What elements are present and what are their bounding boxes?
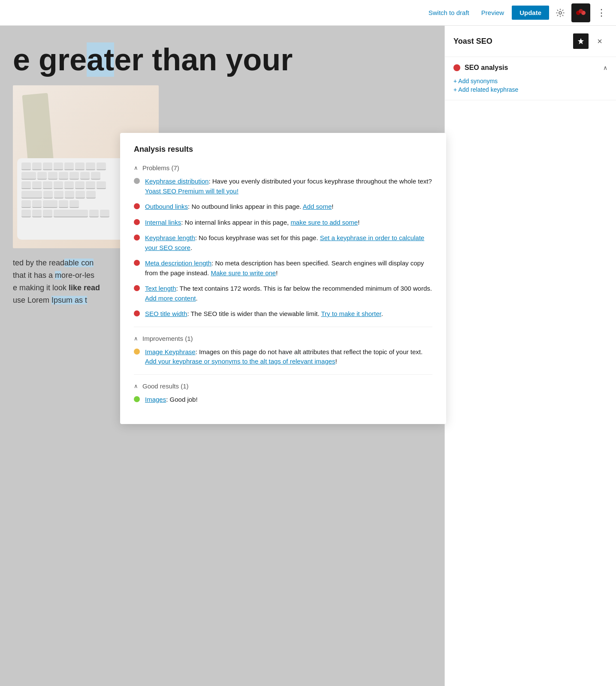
key [21,191,42,199]
item-text: Keyphrase distribution: Have you evenly … [145,177,432,196]
make-shorter-link[interactable]: Try to make it shorter [321,310,381,317]
outbound-links-link[interactable]: Outbound links [145,203,188,210]
yoast-icon-button[interactable] [571,3,590,22]
problems-label: Problems (7) [142,164,179,172]
key [32,210,42,217]
close-button[interactable]: × [592,33,607,49]
more-options-button[interactable]: ⋮ [594,5,609,21]
status-dot-red [134,203,140,209]
meta-description-link[interactable]: Meta description length [145,259,211,267]
heading-highlight: at [87,42,114,77]
chevron-up-icon: ∧ [134,383,138,389]
seo-section-header[interactable]: SEO analysis ∧ [453,64,607,72]
good-results-section: ∧ Good results (1) Images: Good job! [134,382,432,405]
good-results-label: Good results (1) [142,382,189,390]
status-dot-red [134,310,140,316]
toolbar: Switch to draft Preview Update ⋮ [0,0,616,26]
list-item: Keyphrase length: No focus keyphrase was… [134,233,432,253]
add-alt-tags-link[interactable]: Add your keyphrase or synonyms to the al… [145,358,335,365]
improvements-label: Improvements (1) [142,335,193,342]
improvements-header[interactable]: ∧ Improvements (1) [134,335,432,342]
problems-header[interactable]: ∧ Problems (7) [134,164,432,172]
list-item: Internal links: No internal links appear… [134,218,432,228]
key [97,181,106,189]
settings-icon-button[interactable] [553,5,568,21]
premium-link[interactable]: Yoast SEO Premium will tell you! [145,187,239,195]
key [91,172,100,180]
switch-to-draft-button[interactable]: Switch to draft [424,6,474,19]
pin-button[interactable] [573,33,589,49]
key [21,210,31,217]
key [48,172,57,180]
add-related-keyphrase-link[interactable]: + Add related keyphrase [453,86,607,93]
analysis-panel: Analysis results ∧ Problems (7) Keyphras… [120,133,446,424]
key [75,162,85,170]
svg-point-0 [559,12,562,14]
chevron-up-icon: ∧ [603,64,607,71]
more-options-icon: ⋮ [597,7,607,18]
key [69,200,79,208]
key [43,181,52,189]
svg-marker-4 [578,38,584,44]
list-item: Text length: The text contains 172 words… [134,284,432,303]
key [43,162,52,170]
chevron-up-icon: ∧ [134,335,138,342]
list-item: Image Keyphrase: Images on this page do … [134,347,432,367]
make-sure-link[interactable]: make sure to add some [290,219,358,226]
key [65,191,74,199]
key [69,172,79,180]
key [75,191,85,199]
item-text: Keyphrase length: No focus keyphrase was… [145,233,432,253]
status-dot-orange [134,349,140,355]
status-dot-red [134,235,140,241]
good-results-header[interactable]: ∧ Good results (1) [134,382,432,390]
key [86,181,95,189]
image-keyphrase-link[interactable]: Image Keyphrase [145,348,196,355]
sidebar-header-icons: × [573,33,607,49]
key [86,162,95,170]
key [43,191,53,199]
list-item: Meta description length: No meta descrip… [134,259,432,278]
seo-section-title-row: SEO analysis [453,64,508,72]
analysis-panel-title: Analysis results [134,145,432,154]
text-length-link[interactable]: Text length [145,285,176,292]
seo-links: + Add synonyms + Add related keyphrase [453,78,607,93]
keyphrase-distribution-link[interactable]: Keyphrase distribution [145,178,208,185]
key [21,162,31,170]
item-text: Text length: The text contains 172 words… [145,284,432,303]
item-text: Internal links: No internal links appear… [145,218,359,228]
update-button[interactable]: Update [512,6,549,20]
key [54,181,63,189]
key [86,191,96,199]
key [21,181,31,189]
status-dot-gray [134,178,140,184]
sidebar-title: Yoast SEO [453,37,492,46]
add-synonyms-link[interactable]: + Add synonyms [453,78,607,84]
sidebar: Yoast SEO × SEO analysis ∧ + Add synon [444,26,616,686]
add-some-link[interactable]: Add some [303,203,332,210]
item-text: Image Keyphrase: Images on this page do … [145,347,432,367]
item-text: Meta description length: No meta descrip… [145,259,432,278]
status-dot-red [134,219,140,225]
internal-links-link[interactable]: Internal links [145,219,181,226]
add-content-link[interactable]: Add more content [145,295,196,302]
seo-title-width-link[interactable]: SEO title width [145,310,187,317]
divider [134,327,432,327]
write-one-link[interactable]: Make sure to write one [211,269,276,277]
key [43,200,57,208]
problems-section: ∧ Problems (7) Keyphrase distribution: H… [134,164,432,319]
preview-button[interactable]: Preview [477,6,508,19]
key [21,172,36,180]
keyphrase-length-link[interactable]: Keyphrase length [145,234,195,241]
chevron-up-icon: ∧ [134,165,138,171]
gear-icon [556,9,565,17]
images-link[interactable]: Images [145,396,166,403]
list-item: Images: Good job! [134,395,432,405]
seo-section-title: SEO analysis [465,64,508,72]
sidebar-header: Yoast SEO × [445,26,616,57]
item-text: SEO title width: The SEO title is wider … [145,309,383,319]
seo-status-dot [453,64,460,71]
star-icon [577,38,584,45]
seo-analysis-section: SEO analysis ∧ + Add synonyms + Add rela… [445,57,616,100]
editor-heading: e greater than your [13,43,432,77]
